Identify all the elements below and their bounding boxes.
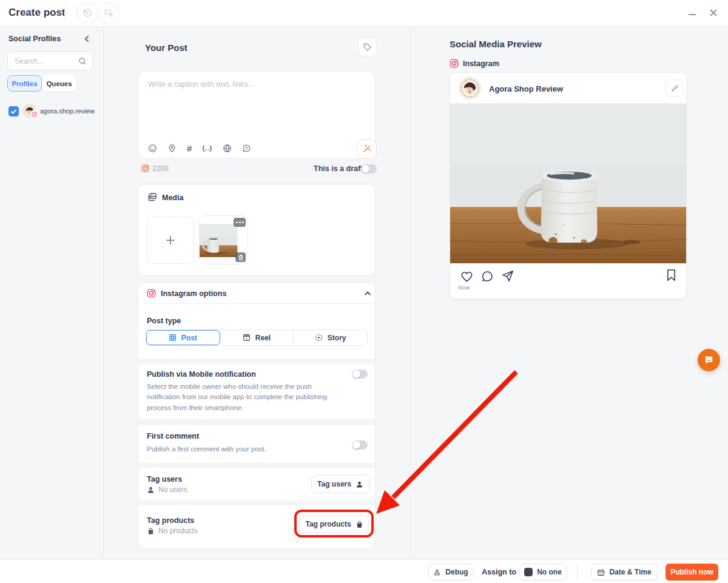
draft-toggle[interactable] xyxy=(361,164,377,174)
titlebar-divider xyxy=(64,6,65,21)
post-type-reel-label: Reel xyxy=(255,334,271,342)
window-titlebar: Create post xyxy=(0,0,728,27)
profile-name: agora.shop.review xyxy=(40,107,95,115)
char-count: 2200 xyxy=(152,164,169,173)
post-type-post-label: Post xyxy=(181,334,197,342)
recycle-comment-icon[interactable] xyxy=(242,144,251,153)
assignee-button[interactable]: No one xyxy=(519,564,567,581)
debug-icon xyxy=(433,568,441,576)
support-chat-button[interactable] xyxy=(698,349,720,371)
your-post-title: Your Post xyxy=(145,42,187,53)
post-type-post[interactable]: Post xyxy=(146,330,220,345)
instagram-options-header[interactable]: Instagram options xyxy=(138,283,375,304)
add-media-button[interactable] xyxy=(147,217,194,264)
close-button[interactable] xyxy=(706,5,721,21)
person-icon xyxy=(356,480,363,488)
tag-products-status: No products xyxy=(147,527,198,535)
section-gap xyxy=(138,359,375,365)
post-type-reel[interactable]: Reel xyxy=(220,330,294,345)
caption-toolbar: # {..} xyxy=(148,144,251,153)
first-comment-toggle[interactable] xyxy=(352,440,368,450)
footer-divider xyxy=(577,564,578,580)
bookmark-icon[interactable] xyxy=(666,269,676,281)
mobile-notification-toggle[interactable] xyxy=(352,369,368,379)
hashtag-icon[interactable]: # xyxy=(187,144,192,153)
thumbnail-more-button[interactable] xyxy=(234,218,246,227)
page-title: Create post xyxy=(8,7,66,19)
first-comment-description: Publish a first comment with your post. xyxy=(147,444,335,454)
tag-users-title: Tag users xyxy=(147,475,182,484)
check-icon xyxy=(8,106,19,116)
instagram-icon xyxy=(147,289,156,298)
publish-now-label: Publish now xyxy=(670,568,713,576)
instagram-preview-card: Agora Shop Review Now xyxy=(450,72,687,299)
first-comment-knob xyxy=(352,441,360,449)
chevron-left-icon xyxy=(83,35,92,43)
thumbnail-delete-button[interactable] xyxy=(235,252,246,262)
label-tag-button[interactable] xyxy=(358,38,377,56)
assign-to-label: Assign to xyxy=(482,568,516,576)
edit-preview-button[interactable] xyxy=(666,79,683,97)
post-type-selector: Post Reel Story xyxy=(146,329,368,346)
share-icon[interactable] xyxy=(501,269,514,283)
preview-card-header: Agora Shop Review xyxy=(450,73,686,104)
location-icon[interactable] xyxy=(167,144,177,153)
datetime-button[interactable]: Date & Time xyxy=(591,564,658,581)
tag-products-status-text: No products xyxy=(158,527,198,535)
sidebar-collapse-button[interactable] xyxy=(81,32,94,45)
publish-now-button[interactable]: Publish now xyxy=(666,564,718,581)
comment-icon[interactable] xyxy=(481,270,494,283)
tag-users-button-label: Tag users xyxy=(317,480,351,488)
datetime-button-label: Date & Time xyxy=(609,568,651,576)
mobile-notification-knob xyxy=(352,370,360,378)
post-type-story-label: Story xyxy=(328,334,346,342)
post-type-story[interactable]: Story xyxy=(294,330,367,345)
calendar-icon xyxy=(597,568,605,576)
ai-assist-button[interactable] xyxy=(357,139,377,159)
globe-icon[interactable] xyxy=(223,144,232,153)
plus-icon xyxy=(164,234,177,246)
tag-users-status: No users xyxy=(147,485,187,494)
tab-queues[interactable]: Queues xyxy=(42,75,76,92)
draft-label: This is a draft xyxy=(314,164,363,173)
variables-icon[interactable]: {..} xyxy=(202,145,212,152)
instagram-options-card: Instagram options Post type Post Reel St… xyxy=(138,282,376,549)
person-icon xyxy=(147,486,155,494)
minimize-button[interactable] xyxy=(684,5,700,21)
post-type-label: Post type xyxy=(147,317,181,325)
story-icon xyxy=(315,334,323,342)
section-gap xyxy=(138,419,375,425)
instagram-badge-icon xyxy=(30,110,38,118)
draft-toggle-knob xyxy=(362,165,369,173)
history-button[interactable] xyxy=(77,3,97,23)
like-icon[interactable] xyxy=(460,269,474,283)
chevron-up-icon[interactable] xyxy=(364,291,371,296)
search-icon xyxy=(78,57,87,66)
sidebar-tabs: Profiles Queues xyxy=(7,75,76,92)
comments-button[interactable] xyxy=(99,3,119,23)
first-comment-title: First comment xyxy=(147,432,199,440)
section-gap xyxy=(138,500,375,505)
account-avatar xyxy=(459,77,481,99)
magic-wand-icon xyxy=(362,144,372,154)
grid-icon xyxy=(169,334,177,342)
search-box xyxy=(7,52,93,70)
account-name: Agora Shop Review xyxy=(489,84,563,93)
profile-checkbox[interactable] xyxy=(8,106,19,116)
annotation-highlight-ring xyxy=(294,510,374,538)
media-icon xyxy=(147,192,157,202)
tag-users-button[interactable]: Tag users xyxy=(311,475,369,493)
tab-profiles[interactable]: Profiles xyxy=(7,75,42,92)
media-thumbnail[interactable] xyxy=(199,215,248,265)
preview-title: Social Media Preview xyxy=(450,39,542,49)
debug-button[interactable]: Debug xyxy=(428,564,473,581)
preview-post-image xyxy=(450,104,686,263)
emoji-icon[interactable] xyxy=(148,144,157,153)
tag-icon xyxy=(363,42,372,52)
preview-card-footer: Now xyxy=(450,263,686,299)
profile-row[interactable]: agora.shop.review xyxy=(0,103,104,121)
tag-products-title: Tag products xyxy=(147,516,194,525)
caption-input[interactable] xyxy=(141,74,374,135)
instagram-icon xyxy=(450,59,459,68)
search-input[interactable] xyxy=(8,52,78,70)
